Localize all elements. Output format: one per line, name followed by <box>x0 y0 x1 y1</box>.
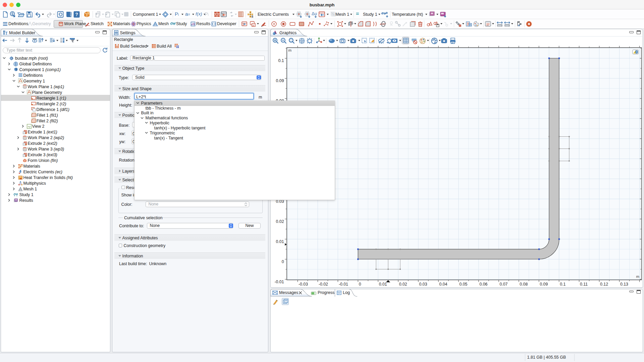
svg-text:0.09: 0.09 <box>540 282 548 287</box>
svg-text:-0.03: -0.03 <box>299 282 308 287</box>
svg-text:0.1: 0.1 <box>560 282 566 287</box>
svg-text:0.01: 0.01 <box>379 282 387 287</box>
svg-text:0: 0 <box>282 259 284 264</box>
svg-text:0.09: 0.09 <box>276 78 284 83</box>
svg-text:0.01: 0.01 <box>276 239 284 244</box>
svg-text:0.08: 0.08 <box>520 282 528 287</box>
svg-text:0.07: 0.07 <box>499 282 507 287</box>
svg-text:Δu: Δu <box>312 11 317 16</box>
svg-text:0.05: 0.05 <box>460 282 468 287</box>
svg-text:0: 0 <box>359 282 361 287</box>
svg-text:0.04: 0.04 <box>439 282 447 287</box>
svg-text:?: ? <box>75 12 78 17</box>
svg-text:m: m <box>636 275 639 279</box>
svg-text:0.1: 0.1 <box>278 58 284 63</box>
svg-text:0.02: 0.02 <box>399 282 407 287</box>
svg-text:0.12: 0.12 <box>600 282 608 287</box>
svg-text:0.06: 0.06 <box>479 282 487 287</box>
svg-text:-0.01: -0.01 <box>274 280 284 284</box>
svg-text:0.02: 0.02 <box>276 219 284 224</box>
svg-text:m: m <box>288 48 292 52</box>
svg-text:-0.02: -0.02 <box>319 282 328 287</box>
svg-text:0.13: 0.13 <box>620 282 628 287</box>
svg-text:0.03: 0.03 <box>419 282 427 287</box>
svg-text:xy: xy <box>28 125 31 128</box>
svg-text:-0.01: -0.01 <box>339 282 348 287</box>
svg-text:0.11: 0.11 <box>580 282 588 287</box>
